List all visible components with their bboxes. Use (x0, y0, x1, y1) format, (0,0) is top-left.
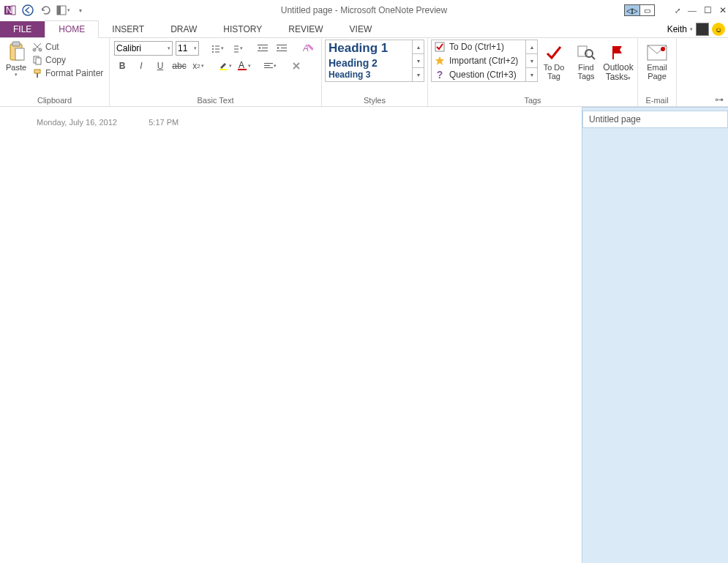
svg-rect-7 (12, 42, 20, 46)
quick-access-toolbar: N ▾ ▾ (0, 3, 88, 18)
todo-tag-button[interactable]: To Do Tag (538, 40, 570, 94)
tag-question[interactable]: ?Question (Ctrl+3) (432, 67, 525, 81)
bold-button[interactable]: B (114, 59, 130, 73)
tags-scroll[interactable]: ▴ ▾ ▾ (526, 40, 538, 82)
minimize-icon[interactable]: — (688, 5, 697, 16)
svg-rect-14 (37, 73, 38, 78)
window-controls: ⤢ — ☐ ✕ (675, 5, 727, 16)
outlook-tasks-button[interactable]: Outlook Tasks▾ (602, 40, 634, 94)
group-label-tags: Tags (431, 94, 634, 106)
subscript-button[interactable]: x2 (190, 59, 206, 73)
ribbon-collapse-icon[interactable]: ⤢ (675, 7, 680, 15)
svg-rect-35 (264, 65, 270, 66)
flag-icon (608, 42, 628, 63)
styles-scroll-down-icon[interactable]: ▾ (413, 54, 424, 68)
svg-point-3 (23, 5, 33, 15)
tag-todo[interactable]: To Do (Ctrl+1) (432, 40, 525, 54)
bullets-button[interactable] (209, 41, 225, 56)
font-size-select[interactable]: 11▾ (176, 41, 199, 56)
tab-view[interactable]: VIEW (337, 21, 386, 37)
tab-review[interactable]: REVIEW (275, 21, 336, 37)
page-time: 5:17 PM (149, 118, 179, 127)
format-painter-icon (32, 68, 42, 78)
tag-important[interactable]: Important (Ctrl+2) (432, 54, 525, 68)
format-painter-button[interactable]: Format Painter (31, 67, 105, 79)
copy-icon (32, 55, 42, 65)
svg-rect-16 (215, 46, 219, 47)
strikethrough-button[interactable]: abc (171, 59, 187, 73)
group-label-clipboard: Clipboard (3, 94, 106, 106)
tags-scroll-down-icon[interactable]: ▾ (526, 54, 537, 68)
checkbox-icon (435, 42, 445, 52)
styles-scroll-up-icon[interactable]: ▴ (413, 40, 424, 54)
clear-formatting-button[interactable]: A (300, 41, 316, 56)
feedback-icon[interactable]: ☺ (712, 23, 725, 36)
undo-icon[interactable] (38, 3, 53, 18)
find-tags-button[interactable]: Find Tags (570, 40, 602, 94)
content-area: Monday, July 16, 2012 5:17 PM Untitled p… (0, 107, 728, 563)
tab-file[interactable]: FILE (0, 21, 45, 37)
back-icon[interactable] (20, 3, 35, 18)
tab-insert[interactable]: INSERT (99, 21, 157, 37)
group-clipboard: Paste ▾ Cut Copy Format Painter Clipboar… (0, 38, 110, 106)
paste-label: Paste (6, 63, 26, 72)
italic-button[interactable]: I (133, 59, 149, 73)
outdent-button[interactable] (255, 41, 271, 56)
paste-button[interactable]: Paste ▾ (3, 40, 29, 94)
title-bar: N ▾ ▾ Untitled page - Microsoft OneNote … (0, 0, 728, 20)
tags-expand-icon[interactable]: ▾ (526, 68, 537, 81)
full-view-icon[interactable]: ▭ (639, 5, 654, 15)
tab-history[interactable]: HISTORY (210, 21, 275, 37)
page-date: Monday, July 16, 2012 (37, 118, 117, 127)
avatar (696, 23, 709, 36)
cut-button[interactable]: Cut (31, 41, 105, 53)
style-heading2[interactable]: Heading 2 (326, 56, 412, 70)
note-page[interactable]: Monday, July 16, 2012 5:17 PM (0, 107, 582, 563)
qat-customize-icon[interactable]: ▾ (73, 3, 88, 18)
styles-scroll[interactable]: ▴ ▾ ▾ (413, 40, 424, 82)
font-color-button[interactable]: A (236, 59, 252, 73)
align-button[interactable] (262, 59, 278, 73)
close-icon[interactable]: ✕ (719, 5, 727, 16)
search-tag-icon (576, 42, 596, 63)
tags-scroll-up-icon[interactable]: ▴ (526, 40, 537, 54)
clipboard-options: Cut Copy Format Painter (31, 40, 105, 94)
highlight-button[interactable] (217, 59, 233, 73)
ribbon-tabs: FILE HOME INSERT DRAW HISTORY REVIEW VIE… (0, 20, 728, 38)
font-name-select[interactable]: Calibri▾ (114, 41, 173, 56)
style-heading1[interactable]: Heading 1 (326, 40, 412, 56)
svg-point-17 (212, 48, 214, 50)
svg-rect-28 (281, 48, 287, 48)
numbering-button[interactable] (228, 41, 244, 56)
underline-button[interactable]: U (152, 59, 168, 73)
svg-rect-5 (57, 6, 61, 15)
tab-draw[interactable]: DRAW (157, 21, 210, 37)
copy-button[interactable]: Copy (31, 54, 105, 66)
scissors-icon (32, 42, 42, 52)
window-title: Untitled page - Microsoft OneNote Previe… (281, 5, 447, 15)
svg-rect-33 (238, 69, 247, 70)
page-list-pane: Untitled page (582, 107, 728, 563)
dock-icon[interactable]: ▾ (56, 3, 70, 18)
onenote-icon[interactable]: N (3, 3, 18, 18)
question-icon: ? (435, 69, 445, 81)
styles-gallery[interactable]: Heading 1 Heading 2 Heading 3 (325, 40, 413, 82)
user-account[interactable]: Keith ▾ ☺ (667, 23, 725, 36)
view-toggle[interactable]: ◁▷ ▭ (624, 4, 655, 16)
indent-button[interactable] (274, 41, 290, 56)
tags-gallery[interactable]: To Do (Ctrl+1) Important (Ctrl+2) ?Quest… (431, 40, 526, 82)
style-heading3[interactable]: Heading 3 (326, 70, 412, 81)
delete-button[interactable] (288, 59, 304, 73)
styles-expand-icon[interactable]: ▾ (413, 68, 424, 81)
group-tags: To Do (Ctrl+1) Important (Ctrl+2) ?Quest… (428, 38, 638, 106)
maximize-icon[interactable]: ☐ (704, 5, 712, 16)
svg-rect-1 (12, 6, 15, 15)
normal-view-icon[interactable]: ◁▷ (625, 5, 639, 15)
email-page-button[interactable]: Email Page (641, 40, 673, 94)
svg-rect-25 (262, 48, 268, 48)
svg-rect-23 (234, 52, 239, 53)
page-tab-untitled[interactable]: Untitled page (582, 111, 728, 128)
tab-home[interactable]: HOME (45, 20, 99, 38)
pin-icon[interactable]: ⊶ (715, 94, 724, 105)
checkmark-icon (544, 42, 564, 63)
